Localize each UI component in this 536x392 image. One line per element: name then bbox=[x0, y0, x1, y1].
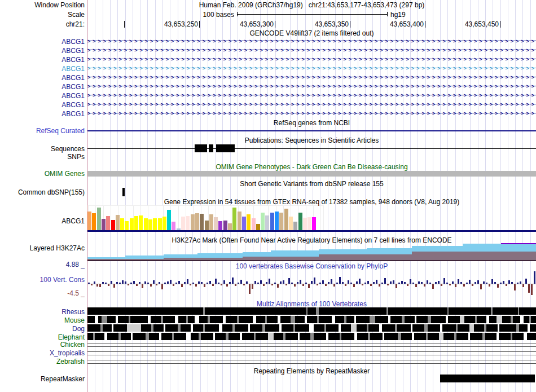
gtex-bar[interactable] bbox=[181, 217, 185, 230]
h3k27ac-mauve-layer[interactable] bbox=[412, 252, 536, 261]
gtex-bar[interactable] bbox=[92, 213, 96, 230]
gtex-bar[interactable] bbox=[228, 223, 232, 230]
track-title-h3k27ac[interactable]: H3K27Ac Mark (Often Found Near Active Re… bbox=[87, 236, 536, 244]
track-title-omim[interactable]: OMIM Gene Phenotypes - Dark Green Can Be… bbox=[87, 163, 536, 171]
gene-label[interactable]: ABCG1 bbox=[0, 83, 86, 91]
gtex-gene-label[interactable]: ABCG1 bbox=[0, 217, 86, 225]
gene-transcript-line[interactable]: >>>>>>>>>>>>>>>>>>>>>>>>>>>>>>>>>>>>>>>>… bbox=[87, 102, 536, 107]
gtex-bar[interactable] bbox=[279, 213, 283, 230]
gtex-bar[interactable] bbox=[195, 213, 199, 230]
gtex-bar[interactable] bbox=[106, 216, 110, 230]
gtex-bar[interactable] bbox=[120, 218, 124, 230]
gtex-bar[interactable] bbox=[158, 218, 162, 230]
gtex-bar[interactable] bbox=[256, 224, 260, 230]
gtex-bar[interactable] bbox=[261, 213, 265, 230]
gene-transcript-line[interactable]: >>>>>>>>>>>>>>>>>>>>>>>>>>>>>>>>>>>>>>>>… bbox=[87, 47, 536, 53]
gtex-bar[interactable] bbox=[303, 218, 307, 230]
gene-label[interactable]: ABCG1 bbox=[0, 56, 86, 64]
dbsnp-variant-tick[interactable] bbox=[122, 188, 125, 196]
multiz-species-label[interactable]: Rhesus bbox=[0, 308, 86, 316]
gene-label[interactable]: ABCG1 bbox=[0, 74, 86, 82]
gene-label[interactable]: ABCG1 bbox=[0, 47, 86, 55]
gtex-bar[interactable] bbox=[247, 214, 251, 230]
gene-transcript-line[interactable]: >>>>>>>>>>>>>>>>>>>>>>>>>>>>>>>>>>>>>>>>… bbox=[87, 93, 536, 98]
multiz-species-label[interactable]: Chicken bbox=[0, 341, 86, 349]
gtex-bar[interactable] bbox=[307, 217, 311, 230]
gtex-bar[interactable] bbox=[252, 218, 256, 230]
refseq-curated-gene-line[interactable] bbox=[87, 130, 536, 131]
publications-sequence-line[interactable] bbox=[87, 148, 536, 149]
omim-genes-label[interactable]: OMIM Genes bbox=[0, 170, 86, 178]
gene-label[interactable]: ABCG1 bbox=[0, 38, 86, 46]
gtex-bar[interactable] bbox=[130, 218, 134, 230]
gtex-bar[interactable] bbox=[238, 212, 241, 230]
gtex-bar[interactable] bbox=[205, 221, 209, 230]
multiz-alignment-bar[interactable] bbox=[87, 307, 536, 315]
gene-transcript-line[interactable]: >>>>>>>>>>>>>>>>>>>>>>>>>>>>>>>>>>>>>>>>… bbox=[87, 38, 536, 44]
gene-transcript-line[interactable]: >>>>>>>>>>>>>>>>>>>>>>>>>>>>>>>>>>>>>>>>… bbox=[87, 74, 536, 80]
track-title-phylop[interactable]: 100 vertebrates Basewise Conservation by… bbox=[87, 262, 536, 270]
omim-gene-bar[interactable] bbox=[87, 171, 536, 177]
gtex-bar[interactable] bbox=[111, 220, 115, 230]
gtex-bar[interactable] bbox=[200, 214, 204, 230]
gtex-bar[interactable] bbox=[242, 217, 246, 230]
gtex-bar[interactable] bbox=[298, 213, 302, 230]
gtex-bar[interactable] bbox=[223, 221, 227, 230]
gtex-bar[interactable] bbox=[87, 212, 91, 230]
gtex-bar[interactable] bbox=[134, 216, 138, 230]
gtex-bar[interactable] bbox=[116, 215, 120, 230]
gene-label[interactable]: ABCG1 bbox=[0, 65, 86, 73]
dbsnp-label[interactable]: Common dbSNP(155) bbox=[0, 188, 86, 196]
track-title-publications[interactable]: Publications: Sequences in Scientific Ar… bbox=[87, 136, 536, 144]
base-position-ruler[interactable]: 43,653,25043,653,30043,653,35043,653,400… bbox=[0, 20, 536, 28]
gtex-bar[interactable] bbox=[144, 218, 148, 230]
gtex-bar[interactable] bbox=[209, 214, 213, 230]
gtex-bar[interactable] bbox=[102, 219, 106, 230]
gtex-bar[interactable] bbox=[284, 209, 288, 230]
gtex-bar[interactable] bbox=[270, 213, 274, 230]
publications-sequences-label[interactable]: Sequences bbox=[0, 145, 86, 153]
gtex-bar[interactable] bbox=[289, 217, 293, 230]
phylop-track-label[interactable]: 100 Vert. Cons bbox=[0, 276, 86, 284]
gtex-bar[interactable] bbox=[218, 221, 222, 230]
gtex-bar[interactable] bbox=[139, 215, 143, 230]
gtex-bar[interactable] bbox=[265, 215, 269, 230]
multiz-species-label[interactable]: Zebrafish bbox=[0, 358, 86, 365]
gene-label[interactable]: ABCG1 bbox=[0, 101, 86, 109]
h3k27ac-purple-line[interactable] bbox=[501, 243, 536, 244]
h3k27ac-label[interactable]: Layered H3K27Ac bbox=[0, 244, 86, 252]
publications-sequence-block[interactable] bbox=[216, 144, 235, 152]
gtex-bar[interactable] bbox=[148, 219, 152, 230]
multiz-species-label[interactable]: X_tropicalis bbox=[0, 349, 86, 357]
gtex-bar[interactable] bbox=[214, 217, 218, 230]
gene-transcript-line[interactable]: >>>>>>>>>>>>>>>>>>>>>>>>>>>>>>>>>>>>>>>>… bbox=[87, 83, 536, 89]
track-title-gencode[interactable]: GENCODE V49lift37 (2 items filtered out) bbox=[87, 29, 536, 37]
gtex-bar[interactable] bbox=[167, 210, 171, 230]
repeatmasker-block[interactable] bbox=[440, 375, 535, 382]
gene-transcript-line[interactable]: >>>>>>>>>>>>>>>>>>>>>>>>>>>>>>>>>>>>>>>>… bbox=[87, 65, 536, 71]
gtex-bar[interactable] bbox=[232, 208, 236, 230]
track-title-dbsnp[interactable]: Short Genetic Variants from dbSNP releas… bbox=[87, 180, 536, 188]
repeatmasker-label[interactable]: RepeatMasker bbox=[0, 375, 86, 383]
gene-label[interactable]: ABCG1 bbox=[0, 110, 86, 118]
multiz-species-label[interactable]: Mouse bbox=[0, 316, 86, 324]
gtex-bar[interactable] bbox=[186, 216, 190, 230]
track-title-repeatmasker[interactable]: Repeating Elements by RepeatMasker bbox=[87, 367, 536, 375]
gtex-bar[interactable] bbox=[125, 221, 129, 230]
multiz-species-label[interactable]: Dog bbox=[0, 325, 86, 333]
multiz-species-label[interactable]: Elephant bbox=[0, 333, 86, 341]
gtex-bar[interactable] bbox=[275, 212, 279, 230]
gtex-bar[interactable] bbox=[312, 217, 316, 230]
gene-transcript-line[interactable]: >>>>>>>>>>>>>>>>>>>>>>>>>>>>>>>>>>>>>>>>… bbox=[87, 111, 536, 116]
gtex-bar[interactable] bbox=[162, 217, 166, 230]
gtex-bar[interactable] bbox=[153, 218, 157, 230]
gene-transcript-line[interactable]: >>>>>>>>>>>>>>>>>>>>>>>>>>>>>>>>>>>>>>>>… bbox=[87, 56, 536, 62]
track-title-refseq[interactable]: RefSeq genes from NCBI bbox=[87, 119, 536, 127]
gtex-bar[interactable] bbox=[293, 222, 297, 230]
publications-snps-label[interactable]: SNPs bbox=[0, 153, 86, 161]
gtex-bar[interactable] bbox=[172, 222, 175, 230]
refseq-curated-label[interactable]: RefSeq Curated bbox=[0, 127, 86, 135]
publications-sequence-block[interactable] bbox=[209, 144, 213, 152]
gene-label[interactable]: ABCG1 bbox=[0, 92, 86, 100]
gtex-bar[interactable] bbox=[97, 208, 101, 230]
